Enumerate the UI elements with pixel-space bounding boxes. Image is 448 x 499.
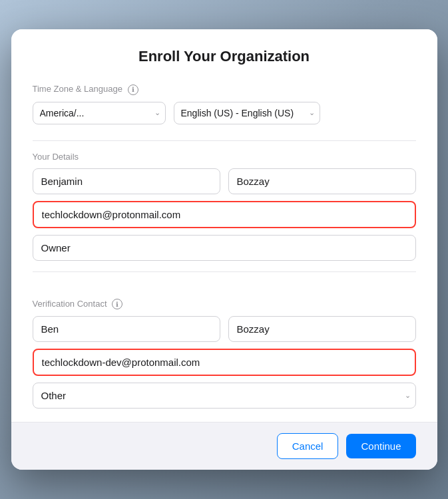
modal-footer: Cancel Continue — [11, 422, 437, 470]
scroll-area[interactable]: Time Zone & Language ℹ America/... ⌄ Eng… — [11, 76, 437, 422]
continue-button[interactable]: Continue — [346, 434, 415, 458]
your-details-email[interactable] — [33, 201, 416, 228]
modal-dialog: Enroll Your Organization Time Zone & Lan… — [11, 29, 437, 470]
divider-1 — [33, 140, 416, 141]
timezone-row: America/... ⌄ English (US) - English (US… — [33, 102, 416, 124]
divider-2 — [33, 271, 416, 272]
verification-first-name[interactable] — [33, 316, 220, 342]
verification-email[interactable] — [33, 349, 416, 376]
modal-title: Enroll Your Organization — [33, 48, 416, 65]
your-details-section: Your Details — [33, 152, 416, 261]
verification-role-select[interactable]: Other Owner Manager Developer — [33, 383, 416, 409]
modal-header: Enroll Your Organization — [11, 29, 437, 76]
timezone-select-wrapper[interactable]: America/... ⌄ — [33, 102, 166, 124]
modal-body: Time Zone & Language ℹ America/... ⌄ Eng… — [11, 76, 437, 422]
timezone-info-icon: ℹ — [128, 84, 138, 95]
your-details-first-name[interactable] — [33, 168, 220, 194]
timezone-select[interactable]: America/... — [33, 102, 166, 124]
verification-role-select-wrapper[interactable]: Other Owner Manager Developer ⌄ — [33, 383, 416, 409]
verification-contact-section: Verification Contact ℹ Other Owner Ma — [33, 288, 416, 409]
your-details-label: Your Details — [33, 152, 416, 162]
timezone-section-label: Time Zone & Language ℹ — [33, 84, 416, 95]
language-select[interactable]: English (US) - English (US) — [174, 102, 320, 124]
verification-contact-label: Verification Contact ℹ — [33, 299, 416, 310]
your-details-last-name[interactable] — [228, 168, 416, 194]
your-details-name-row — [33, 168, 416, 194]
verification-info-icon: ℹ — [112, 299, 122, 309]
verification-last-name[interactable] — [228, 316, 416, 342]
language-select-wrapper[interactable]: English (US) - English (US) ⌄ — [174, 102, 320, 124]
cancel-button[interactable]: Cancel — [277, 433, 339, 459]
your-details-role[interactable] — [33, 235, 416, 261]
verification-name-row — [33, 316, 416, 342]
